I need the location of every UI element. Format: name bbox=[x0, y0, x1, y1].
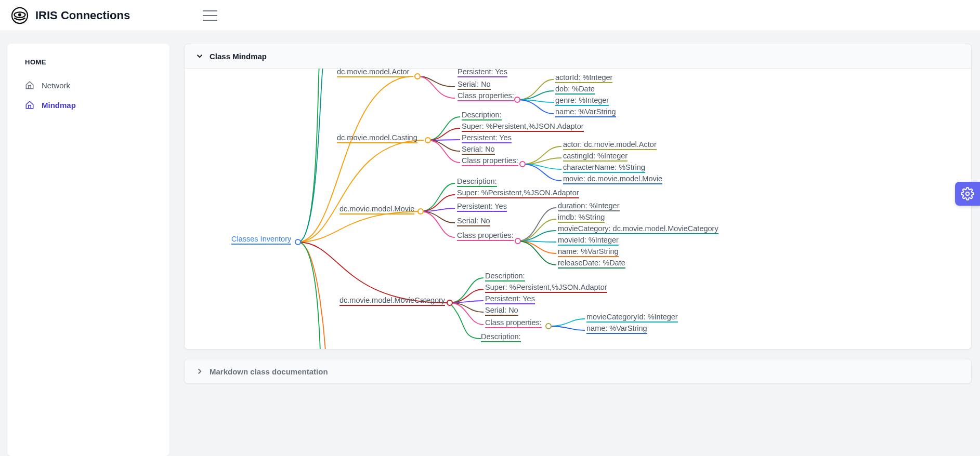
mindmap-prop[interactable]: name: %VarString bbox=[558, 247, 619, 257]
mindmap-prop[interactable]: movieCategory: dc.movie.model.MovieCateg… bbox=[558, 224, 718, 234]
panel-title: Class Mindmap bbox=[210, 52, 267, 61]
mindmap-attr[interactable]: Super: %Persistent,%JSON.Adaptor bbox=[457, 189, 579, 198]
mindmap-prop[interactable]: movieId: %Integer bbox=[558, 236, 619, 246]
mindmap-canvas[interactable]: Classes Inventory dc.movie.model.Actor P… bbox=[185, 69, 971, 349]
panel-title: Markdown class documentation bbox=[210, 367, 328, 376]
mindmap-node[interactable] bbox=[514, 97, 520, 103]
mindmap-node[interactable] bbox=[519, 161, 526, 167]
gear-icon bbox=[961, 187, 974, 200]
sidebar-item-label: Network bbox=[42, 81, 70, 90]
mindmap-attr[interactable]: Class properties: bbox=[485, 318, 542, 328]
mindmap-prop[interactable]: actor: dc.movie.model.Actor bbox=[563, 140, 657, 150]
mindmap-prop[interactable]: name: %VarString bbox=[586, 324, 647, 334]
mindmap-class-casting[interactable]: dc.movie.model.Casting bbox=[337, 133, 417, 143]
mindmap-node[interactable] bbox=[417, 208, 424, 214]
mindmap-root[interactable]: Classes Inventory bbox=[231, 235, 291, 245]
mindmap-node[interactable] bbox=[447, 300, 453, 306]
mindmap-attr[interactable]: Super: %Persistent,%JSON.Adaptor bbox=[485, 283, 607, 293]
mindmap-prop[interactable]: imdb: %String bbox=[558, 213, 605, 223]
content-area: HOME Network Mindmap Class Mindmap bbox=[0, 31, 980, 456]
mindmap-attr[interactable]: Serial: No bbox=[462, 145, 495, 155]
mindmap-prop[interactable]: name: %VarString bbox=[555, 108, 616, 117]
mindmap-attr[interactable]: Persistent: Yes bbox=[457, 202, 507, 212]
mindmap-attr[interactable]: Persistent: Yes bbox=[458, 69, 507, 77]
app-logo-icon bbox=[10, 6, 29, 25]
home-icon bbox=[25, 100, 34, 110]
mindmap-attr[interactable]: Persistent: Yes bbox=[485, 294, 535, 304]
mindmap-attr[interactable]: Description: bbox=[485, 272, 525, 281]
mindmap-prop[interactable]: movieCategoryId: %Integer bbox=[586, 313, 678, 323]
mindmap-attr[interactable]: Persistent: Yes bbox=[462, 133, 512, 143]
menu-toggle-icon[interactable] bbox=[203, 10, 217, 21]
mindmap-prop[interactable]: dob: %Date bbox=[555, 85, 595, 95]
app-header: IRIS Connections bbox=[0, 0, 980, 31]
mindmap-prop[interactable]: releaseDate: %Date bbox=[558, 259, 625, 269]
mindmap-attr[interactable]: Description: bbox=[457, 177, 497, 187]
sidebar: HOME Network Mindmap bbox=[7, 44, 169, 456]
mindmap-prop[interactable]: genre: %Integer bbox=[555, 96, 609, 106]
mindmap-prop[interactable]: movie: dc.movie.model.Movie bbox=[563, 175, 662, 184]
panel-header-docs[interactable]: Markdown class documentation bbox=[185, 359, 971, 383]
chevron-down-icon bbox=[195, 51, 204, 61]
logo-wrap: IRIS Connections bbox=[10, 6, 130, 25]
mindmap-attr[interactable]: Class properties: bbox=[457, 231, 514, 241]
mindmap-node[interactable] bbox=[414, 73, 421, 79]
mindmap-root-node[interactable] bbox=[295, 239, 301, 245]
mindmap-attr[interactable]: Description: bbox=[481, 332, 521, 342]
svg-point-2 bbox=[18, 13, 21, 16]
mindmap-attr[interactable]: Serial: No bbox=[485, 306, 518, 316]
mindmap-prop[interactable]: duration: %Integer bbox=[558, 202, 620, 211]
mindmap-class-movie[interactable]: dc.movie.model.Movie bbox=[339, 205, 414, 214]
mindmap-prop[interactable]: characterName: %String bbox=[563, 163, 645, 173]
home-icon bbox=[25, 81, 34, 90]
sidebar-item-mindmap[interactable]: Mindmap bbox=[16, 95, 161, 115]
settings-tab[interactable] bbox=[955, 182, 980, 206]
sidebar-item-label: Mindmap bbox=[42, 101, 76, 110]
panel-docs: Markdown class documentation bbox=[184, 359, 972, 384]
mindmap-node[interactable] bbox=[425, 137, 431, 143]
mindmap-node[interactable] bbox=[515, 238, 521, 244]
mindmap-attr[interactable]: Serial: No bbox=[458, 80, 491, 90]
panel-header-mindmap[interactable]: Class Mindmap bbox=[185, 44, 971, 69]
mindmap-prop[interactable]: actorId: %Integer bbox=[555, 73, 612, 83]
mindmap-attr[interactable]: Class properties: bbox=[462, 156, 518, 166]
panel-mindmap: Class Mindmap bbox=[184, 44, 972, 350]
chevron-right-icon bbox=[195, 367, 204, 376]
sidebar-item-network[interactable]: Network bbox=[16, 75, 161, 95]
mindmap-attr[interactable]: Class properties: bbox=[458, 91, 514, 101]
sidebar-heading: HOME bbox=[16, 58, 161, 66]
mindmap-attr[interactable]: Description: bbox=[462, 111, 502, 120]
mindmap-prop[interactable]: castingId: %Integer bbox=[563, 152, 628, 162]
svg-point-3 bbox=[966, 192, 970, 196]
mindmap-attr[interactable]: Super: %Persistent,%JSON.Adaptor bbox=[462, 122, 584, 132]
mindmap-node[interactable] bbox=[545, 323, 552, 329]
main: Class Mindmap bbox=[184, 44, 972, 456]
app-title: IRIS Connections bbox=[35, 9, 130, 22]
mindmap-class-moviecategory[interactable]: dc.movie.model.MovieCategory bbox=[339, 296, 445, 306]
mindmap-attr[interactable]: Serial: No bbox=[457, 217, 490, 226]
mindmap-class-actor[interactable]: dc.movie.model.Actor bbox=[337, 69, 409, 77]
